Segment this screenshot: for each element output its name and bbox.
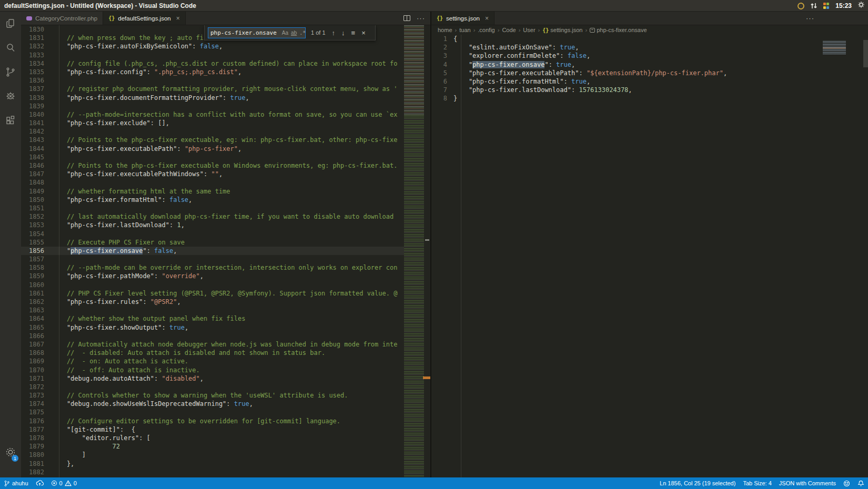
minimap-right[interactable] (823, 41, 846, 55)
code-line[interactable]: 1879 72 (21, 442, 404, 451)
code-line[interactable]: 1864 // whether show the output panel wh… (21, 314, 404, 323)
more-actions-icon[interactable]: ··· (417, 14, 425, 22)
source-control-icon[interactable] (0, 60, 21, 84)
tab-size-indicator[interactable]: Tab Size: 4 (739, 477, 775, 489)
code-line[interactable]: 1882 (21, 468, 404, 476)
code-line[interactable]: 1846 // Points to the php-cs-fixer exect… (21, 161, 404, 170)
code-line[interactable]: 1834 // config file (.php_cs, .php_cs.di… (21, 59, 404, 68)
whole-word-icon[interactable]: ab (291, 30, 297, 36)
code-line[interactable]: 1849 // whether formatting html at the s… (21, 187, 404, 196)
explorer-icon[interactable] (0, 12, 21, 36)
code-line[interactable]: 1851 (21, 204, 404, 212)
code-line[interactable]: 1843 // Points to the php-cs-fixer exect… (21, 136, 404, 144)
code-line[interactable]: 1880 ] (21, 451, 404, 459)
code-line[interactable]: 7 "php-cs-fixer.lastDownload": 157613302… (431, 86, 836, 94)
code-line[interactable]: 1874 "debug.node.showUseWslIsDeprecatedW… (21, 400, 404, 408)
code-line[interactable]: 1859 "php-cs-fixer.pathMode": "override"… (21, 272, 404, 280)
close-find-icon[interactable]: × (361, 29, 366, 37)
find-input[interactable]: php-cs-fixer.onsave Aa ab .* (208, 27, 306, 38)
code-line[interactable]: 1870 // - off: Auto attach is inactive. (21, 366, 404, 374)
code-line[interactable]: 1878 "editor.rulers": [ (21, 434, 404, 442)
code-line[interactable]: 1845 (21, 153, 404, 161)
code-line[interactable]: 1855 // Execute PHP CS Fixer on save (21, 238, 404, 247)
code-line[interactable]: 5 "php-cs-fixer.executablePath": "${exte… (431, 69, 836, 77)
code-line[interactable]: 1858 // --path-mode can be override or i… (21, 263, 404, 272)
sync-icon[interactable] (32, 477, 47, 489)
code-line[interactable]: 1866 (21, 332, 404, 340)
problems-indicator[interactable]: 0 0 (47, 477, 80, 489)
code-line[interactable]: 1856 "php-cs-fixer.onsave": false, (21, 247, 404, 255)
minimap-left[interactable] (404, 25, 424, 477)
manage-gear-icon[interactable]: 1 (0, 442, 21, 463)
find-previous-icon[interactable]: ↑ (332, 29, 336, 37)
code-line[interactable]: 6 "php-cs-fixer.formatHtml": true, (431, 77, 836, 86)
network-icon[interactable] (810, 2, 817, 9)
code-line[interactable]: 1833 (21, 51, 404, 59)
code-line[interactable]: 1841 "php-cs-fixer.exclude": [], (21, 119, 404, 127)
breadcrumb-item[interactable]: Code (502, 27, 516, 33)
tab-defaultsettings[interactable]: {} defaultSettings.json × (103, 12, 185, 25)
clock[interactable]: 15:23 (835, 2, 852, 9)
language-mode[interactable]: JSON with Comments (775, 477, 840, 489)
notifications-bell-icon[interactable] (854, 477, 868, 489)
indicator-icon[interactable] (823, 3, 830, 9)
code-line[interactable]: 1868 // - disabled: Auto attach is disab… (21, 349, 404, 357)
tray-app-icon[interactable] (798, 3, 804, 9)
code-line[interactable]: 1844 "php-cs-fixer.executablePath": "php… (21, 145, 404, 153)
more-actions-icon[interactable]: ··· (806, 14, 814, 22)
session-gear-icon[interactable] (857, 1, 865, 11)
code-line[interactable]: 1852 // last automatically download php-… (21, 212, 404, 221)
code-line[interactable]: 1848 (21, 178, 404, 187)
scrollbar-right[interactable] (863, 40, 868, 67)
breadcrumb-item[interactable]: home (438, 27, 452, 33)
code-line[interactable]: 1862 "php-cs-fixer.rules": "@PSR2", (21, 298, 404, 306)
breadcrumb-item[interactable]: settings.json (550, 27, 582, 33)
code-line[interactable]: 1836 (21, 76, 404, 85)
code-line[interactable]: 1854 (21, 230, 404, 238)
extensions-icon[interactable] (0, 108, 21, 133)
breadcrumb-item[interactable]: php-cs-fixer.onsave (597, 27, 647, 33)
code-line[interactable]: 1840 // --path-mode=intersection has a c… (21, 110, 404, 119)
code-line[interactable]: 1{ (431, 35, 836, 43)
code-line[interactable]: 1873 // Controls whether to show a warni… (21, 391, 404, 400)
code-line[interactable]: 1861 // PHP CS Fixer level setting (@PSR… (21, 289, 404, 298)
tab-categorycontroller[interactable]: CategoryController.php (21, 12, 103, 25)
split-editor-icon[interactable] (403, 15, 410, 21)
code-line[interactable]: 1832 "php-cs-fixer.autoFixBySemicolon": … (21, 42, 404, 50)
code-line[interactable]: 1860 (21, 281, 404, 289)
code-line[interactable]: 4 "php-cs-fixer.onsave": true, (431, 60, 836, 69)
code-line[interactable]: 1863 (21, 306, 404, 314)
find-in-selection-icon[interactable]: ≡ (351, 29, 356, 37)
code-line[interactable]: 1835 "php-cs-fixer.config": ".php_cs;.ph… (21, 68, 404, 76)
code-line[interactable]: 1853 "php-cs-fixer.lastDownload": 1, (21, 221, 404, 229)
code-line[interactable]: 1838 "php-cs-fixer.documentFormattingPro… (21, 94, 404, 102)
code-line[interactable]: 1869 // - on: Auto attach is active. (21, 357, 404, 365)
breadcrumb-item[interactable]: User (523, 27, 535, 33)
code-line[interactable]: 1871 "debug.node.autoAttach": "disabled"… (21, 374, 404, 383)
code-line[interactable]: 1872 (21, 383, 404, 391)
branch-indicator[interactable]: ahuhu (0, 477, 32, 489)
breadcrumb-item[interactable]: tuan (459, 27, 470, 33)
cursor-position[interactable]: Ln 1856, Col 25 (19 selected) (656, 477, 739, 489)
close-tab-icon[interactable]: × (176, 15, 180, 22)
code-line[interactable]: 8} (431, 94, 836, 103)
close-tab-icon[interactable]: × (485, 15, 489, 22)
code-line[interactable]: 1842 (21, 127, 404, 136)
code-line[interactable]: 1875 (21, 408, 404, 416)
code-line[interactable]: 1867 // Automatically attach node debugg… (21, 340, 404, 349)
search-icon[interactable] (0, 36, 21, 60)
code-line[interactable]: 2 "eslint.autoFixOnSave": true, (431, 43, 836, 52)
code-line[interactable]: 1865 "php-cs-fixer.showOutput": true, (21, 323, 404, 332)
code-line[interactable]: 1877 "[git-commit]": { (21, 425, 404, 434)
breadcrumb-item[interactable]: .config (478, 27, 494, 33)
code-line[interactable]: 1876 // Configure editor settings to be … (21, 417, 404, 425)
feedback-smiley-icon[interactable] (840, 477, 854, 489)
regex-icon[interactable]: .* (299, 30, 306, 36)
code-line[interactable]: 1847 "php-cs-fixer.executablePathWindows… (21, 170, 404, 178)
code-line[interactable]: 1837 // register php document formatting… (21, 85, 404, 93)
match-case-icon[interactable]: Aa (282, 30, 288, 36)
tab-settings[interactable]: {} settings.json × (431, 12, 494, 25)
debug-icon[interactable] (0, 84, 21, 108)
find-next-icon[interactable]: ↓ (341, 29, 345, 37)
overview-ruler-left[interactable] (424, 25, 430, 477)
